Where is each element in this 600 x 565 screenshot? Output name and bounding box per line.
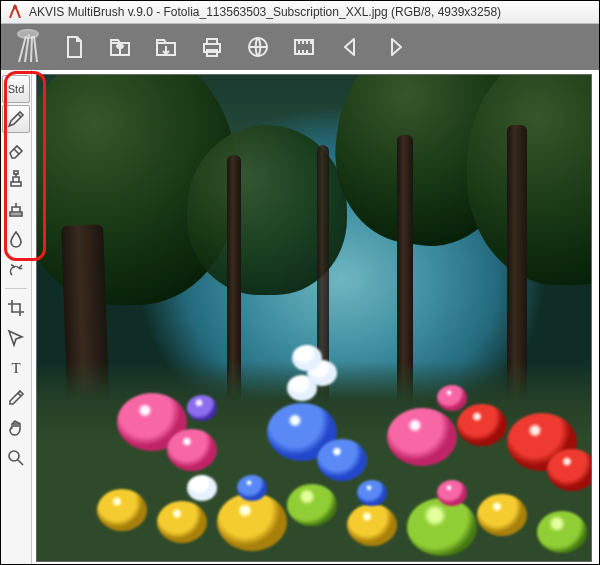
crop-tool[interactable] (2, 294, 30, 322)
pencil-tool[interactable] (2, 105, 30, 133)
back-button[interactable] (329, 26, 371, 68)
akvis-logo-icon (7, 26, 49, 68)
chameleon-brush-tool[interactable] (2, 195, 30, 223)
svg-point-10 (9, 451, 19, 461)
window-title: AKVIS MultiBrush v.9.0 - Fotolia_1135635… (29, 5, 501, 19)
image-canvas[interactable] (36, 74, 592, 562)
hand-tool[interactable] (2, 414, 30, 442)
smudge-tool[interactable] (2, 255, 30, 283)
main-toolbar (1, 24, 599, 70)
blur-tool[interactable] (2, 225, 30, 253)
publish-button[interactable] (237, 26, 279, 68)
tool-sidebar: Std (1, 70, 32, 564)
measure-button[interactable] (283, 26, 325, 68)
app-icon (7, 4, 23, 20)
svg-rect-7 (11, 182, 21, 186)
save-button[interactable] (145, 26, 187, 68)
canvas-area (32, 70, 599, 564)
svg-point-0 (13, 5, 17, 9)
clone-stamp-tool[interactable] (2, 165, 30, 193)
svg-rect-8 (14, 171, 18, 174)
app-window: AKVIS MultiBrush v.9.0 - Fotolia_1135635… (0, 0, 600, 565)
text-tool[interactable]: T (2, 354, 30, 382)
open-button[interactable] (99, 26, 141, 68)
forward-button[interactable] (375, 26, 417, 68)
print-button[interactable] (191, 26, 233, 68)
svg-point-1 (18, 30, 38, 38)
svg-rect-3 (207, 39, 217, 44)
painting-image (37, 75, 591, 561)
move-tool[interactable] (2, 324, 30, 352)
eyedropper-tool[interactable] (2, 384, 30, 412)
new-button[interactable] (53, 26, 95, 68)
standard-mode-button[interactable]: Std (2, 75, 30, 103)
eraser-tool[interactable] (2, 135, 30, 163)
sidebar-separator (5, 288, 27, 289)
zoom-tool[interactable] (2, 444, 30, 472)
workspace: Std (1, 70, 599, 564)
titlebar: AKVIS MultiBrush v.9.0 - Fotolia_1135635… (1, 1, 599, 24)
